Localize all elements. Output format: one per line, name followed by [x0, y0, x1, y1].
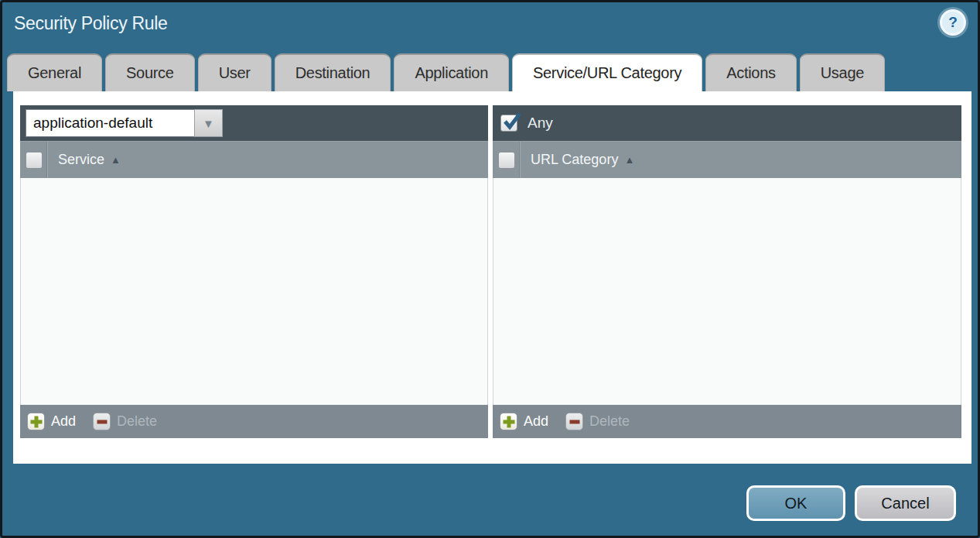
dialog-title: Security Policy Rule [14, 13, 168, 34]
service-type-dropdown-button[interactable]: ▼ [194, 109, 223, 137]
add-button-label: Add [524, 413, 548, 430]
tab-source[interactable]: Source [105, 53, 195, 91]
add-plus-icon [500, 413, 517, 430]
add-button-label: Add [51, 413, 76, 430]
url-category-table-header: URL Category ▲ [493, 141, 961, 178]
service-table-header: Service ▲ [20, 141, 488, 178]
service-table-body[interactable] [20, 178, 488, 405]
tab-label: Service/URL Category [533, 64, 681, 82]
tab-user[interactable]: User [198, 53, 271, 91]
any-checkbox-label[interactable]: Any [528, 115, 553, 132]
delete-minus-icon [93, 413, 111, 430]
tab-usage[interactable]: Usage [800, 53, 885, 91]
delete-button-label: Delete [589, 413, 630, 430]
any-checkbox[interactable] [500, 115, 517, 132]
service-add-button[interactable]: Add [27, 413, 76, 430]
url-category-toolbar: Any [493, 105, 961, 141]
service-type-dropdown-value[interactable]: application-default [26, 109, 194, 137]
service-toolbar: application-default ▼ [20, 105, 488, 141]
delete-button-label: Delete [117, 413, 157, 430]
service-column-header[interactable]: Service [48, 152, 104, 168]
sort-ascending-icon[interactable]: ▲ [111, 154, 121, 166]
tab-label: User [219, 64, 251, 82]
service-footer: Add Delete [20, 405, 488, 438]
service-url-category-tab-panel: application-default ▼ Service ▲ Add [13, 91, 971, 464]
help-icon[interactable]: ? [942, 12, 964, 33]
tab-label: Source [126, 64, 174, 82]
tab-destination[interactable]: Destination [275, 53, 391, 91]
tab-actions[interactable]: Actions [705, 53, 797, 91]
tab-label: Usage [821, 64, 864, 82]
sort-ascending-icon[interactable]: ▲ [624, 154, 634, 166]
tab-label: Actions [726, 64, 776, 82]
url-category-panel: Any URL Category ▲ Add Delete [493, 105, 961, 438]
dropdown-arrow-icon: ▼ [203, 117, 214, 130]
service-select-all-checkbox[interactable] [26, 152, 43, 169]
url-category-footer: Add Delete [493, 405, 961, 438]
tab-service-url-category[interactable]: Service/URL Category [512, 53, 702, 91]
tab-application[interactable]: Application [394, 53, 509, 91]
url-category-select-all-checkbox[interactable] [498, 152, 515, 169]
security-policy-rule-dialog: Security Policy Rule ? General Source Us… [0, 0, 980, 538]
question-mark-glyph: ? [948, 14, 958, 31]
tab-general[interactable]: General [7, 53, 102, 91]
url-category-column-header[interactable]: URL Category [521, 152, 618, 168]
url-category-table-body[interactable] [493, 178, 961, 405]
tab-bar: General Source User Destination Applicat… [7, 53, 885, 91]
service-type-dropdown[interactable]: application-default ▼ [26, 109, 223, 137]
tab-label: Destination [295, 64, 370, 82]
service-delete-button[interactable]: Delete [93, 413, 157, 430]
tab-label: General [28, 64, 81, 82]
cancel-button[interactable]: Cancel [855, 485, 956, 521]
add-plus-icon [27, 413, 45, 430]
url-category-delete-button[interactable]: Delete [565, 413, 630, 430]
url-category-add-button[interactable]: Add [500, 413, 548, 430]
tab-label: Application [415, 64, 488, 82]
delete-minus-icon [565, 413, 583, 430]
checkmark-icon [501, 111, 523, 132]
ok-button[interactable]: OK [746, 485, 845, 521]
service-panel: application-default ▼ Service ▲ Add [20, 105, 488, 438]
